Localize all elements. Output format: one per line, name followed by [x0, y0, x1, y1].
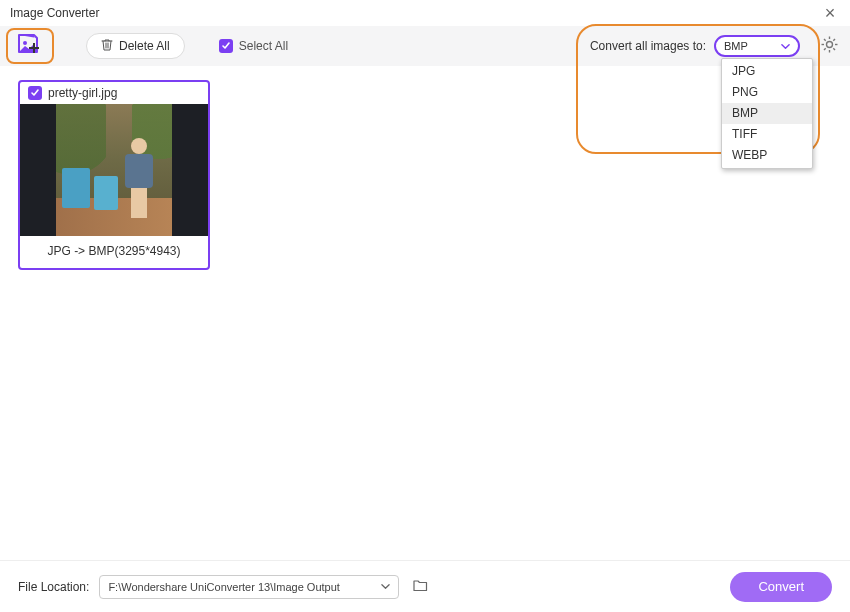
thumbnail-header: pretty-girl.jpg: [20, 82, 208, 104]
thumbnail-card[interactable]: pretty-girl.jpg JPG -> BMP(3295*4943): [18, 80, 210, 270]
format-option-tiff[interactable]: TIFF: [722, 124, 812, 145]
file-location-select[interactable]: F:\Wondershare UniConverter 13\Image Out…: [99, 575, 399, 599]
open-folder-button[interactable]: [409, 576, 431, 598]
select-all-checkbox[interactable]: Select All: [219, 39, 288, 53]
format-option-webp[interactable]: WEBP: [722, 145, 812, 166]
convert-to-group: Convert all images to: BMP: [590, 35, 800, 57]
footer: File Location: F:\Wondershare UniConvert…: [0, 560, 850, 612]
settings-button[interactable]: [818, 35, 840, 57]
checkbox-checked-icon: [219, 39, 233, 53]
delete-all-label: Delete All: [119, 39, 170, 53]
convert-button[interactable]: Convert: [730, 572, 832, 602]
gear-icon: [821, 36, 838, 57]
add-image-button[interactable]: [10, 31, 48, 61]
svg-line-8: [824, 39, 826, 41]
format-dropdown[interactable]: JPG PNG BMP TIFF WEBP: [721, 58, 813, 169]
thumbnail-caption: JPG -> BMP(3295*4943): [20, 236, 208, 268]
convert-to-label: Convert all images to:: [590, 39, 706, 53]
thumbnail-image: [20, 104, 208, 236]
format-option-png[interactable]: PNG: [722, 82, 812, 103]
convert-button-label: Convert: [758, 579, 804, 594]
close-button[interactable]: ×: [820, 3, 840, 24]
select-all-label: Select All: [239, 39, 288, 53]
format-select[interactable]: BMP: [714, 35, 800, 57]
photo-placeholder: [56, 104, 172, 236]
format-option-bmp[interactable]: BMP: [722, 103, 812, 124]
trash-icon: [101, 38, 113, 54]
svg-point-3: [826, 41, 832, 47]
svg-line-10: [824, 48, 826, 50]
thumbnail-filename: pretty-girl.jpg: [48, 86, 117, 100]
svg-line-11: [833, 39, 835, 41]
svg-rect-2: [29, 47, 39, 49]
svg-line-9: [833, 48, 835, 50]
file-location-value: F:\Wondershare UniConverter 13\Image Out…: [108, 581, 340, 593]
chevron-down-icon: [781, 42, 790, 51]
format-select-value: BMP: [724, 40, 748, 52]
svg-point-0: [23, 41, 27, 45]
window-title: Image Converter: [10, 6, 99, 20]
thumbnail-checkbox[interactable]: [28, 86, 42, 100]
format-option-jpg[interactable]: JPG: [722, 61, 812, 82]
file-location-label: File Location:: [18, 580, 89, 594]
chevron-down-icon: [381, 581, 390, 593]
delete-all-button[interactable]: Delete All: [86, 33, 185, 59]
folder-icon: [413, 578, 428, 596]
add-image-icon: [16, 32, 42, 60]
title-bar: Image Converter ×: [0, 0, 850, 26]
